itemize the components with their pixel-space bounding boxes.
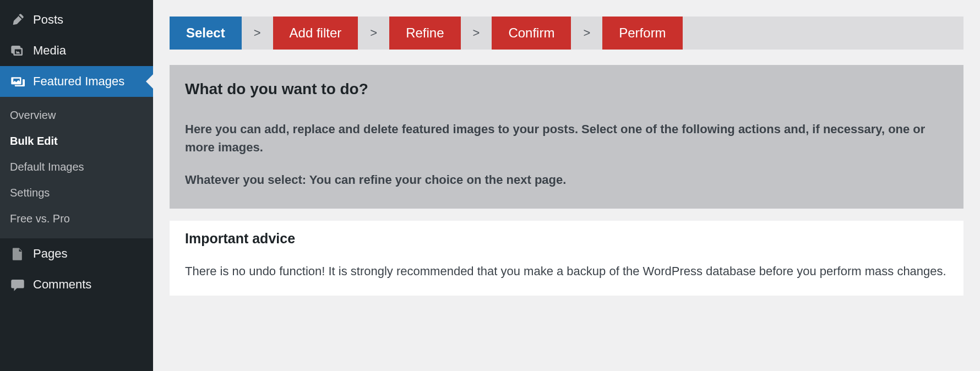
images-icon (10, 74, 25, 89)
menu-label: Posts (33, 13, 63, 27)
step-separator: > (461, 26, 492, 40)
step-separator: > (242, 26, 273, 40)
menu-label: Comments (33, 277, 91, 292)
step-select[interactable]: Select (170, 17, 242, 50)
submenu-featured-images: Overview Bulk Edit Default Images Settin… (0, 97, 153, 238)
step-separator: > (358, 26, 389, 40)
menu-item-pages[interactable]: Pages (0, 238, 153, 269)
submenu-item-bulk-edit[interactable]: Bulk Edit (0, 128, 153, 154)
menu-label: Pages (33, 247, 67, 261)
pin-icon (10, 12, 25, 28)
menu-item-comments[interactable]: Comments (0, 269, 153, 300)
submenu-item-default-images[interactable]: Default Images (0, 154, 153, 180)
step-perform[interactable]: Perform (602, 17, 682, 50)
panel-heading: What do you want to do? (185, 80, 948, 98)
intro-panel: What do you want to do? Here you can add… (170, 65, 963, 209)
step-refine[interactable]: Refine (389, 17, 460, 50)
pages-icon (10, 246, 25, 261)
step-add-filter[interactable]: Add filter (273, 17, 358, 50)
advice-body: There is no undo function! It is strongl… (185, 262, 948, 280)
submenu-item-free-vs-pro[interactable]: Free vs. Pro (0, 206, 153, 232)
panel-description-1: Here you can add, replace and delete fea… (185, 120, 948, 156)
submenu-item-settings[interactable]: Settings (0, 180, 153, 206)
step-separator: > (571, 26, 602, 40)
panel-description-2: Whatever you select: You can refine your… (185, 171, 948, 189)
menu-label: Media (33, 43, 66, 58)
step-confirm[interactable]: Confirm (492, 17, 571, 50)
menu-item-posts[interactable]: Posts (0, 4, 153, 35)
app-root: Posts Media Featured Images Overview Bul… (0, 0, 980, 371)
submenu-item-overview[interactable]: Overview (0, 102, 153, 128)
advice-panel: Important advice There is no undo functi… (170, 221, 963, 296)
menu-label: Featured Images (33, 74, 124, 89)
advice-heading: Important advice (185, 221, 948, 247)
admin-sidebar: Posts Media Featured Images Overview Bul… (0, 0, 153, 371)
wizard-steps: Select > Add filter > Refine > Confirm >… (170, 17, 963, 50)
comments-icon (10, 277, 25, 292)
main-content: Select > Add filter > Refine > Confirm >… (153, 0, 980, 371)
menu-item-featured-images[interactable]: Featured Images (0, 66, 153, 97)
menu-item-media[interactable]: Media (0, 35, 153, 66)
media-icon (10, 43, 25, 58)
